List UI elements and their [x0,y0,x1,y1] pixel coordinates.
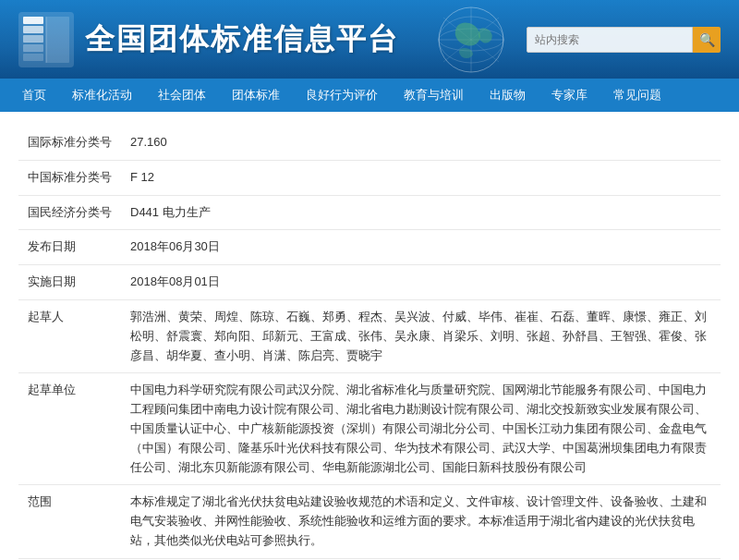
table-row: 起草人 郭浩洲、黄荣、周煌、陈琼、石巍、郑勇、程杰、吴兴波、付威、毕伟、崔崔、石… [18,299,721,372]
nav-activities[interactable]: 标准化活动 [59,79,145,112]
row-value-5: 郭浩洲、黄荣、周煌、陈琼、石巍、郑勇、程杰、吴兴波、付威、毕伟、崔崔、石磊、董晖… [121,299,721,372]
nav-education[interactable]: 教育与培训 [391,79,477,112]
row-label-4: 实施日期 [18,265,121,300]
row-value-6: 中国电力科学研究院有限公司武汉分院、湖北省标准化与质量研究院、国网湖北节能服务有… [121,373,721,485]
svg-rect-9 [23,26,43,33]
table-row: 中国标准分类号 F 12 [18,160,721,195]
table-row: 发布日期 2018年06月30日 [18,230,721,265]
table-row: 实施日期 2018年08月01日 [18,265,721,300]
table-row: 国民经济分类号 D441 电力生产 [18,195,721,230]
svg-rect-8 [23,17,43,24]
row-value-7: 本标准规定了湖北省光伏扶贫电站建设验收规范的术语和定义、文件审核、设计管理文件、… [121,485,721,558]
nav-bar: 首页 标准化活动 社会团体 团体标准 良好行为评价 教育与培训 出版物 专家库 … [0,79,739,112]
row-value-4: 2018年08月01日 [121,265,721,300]
row-value-2: D441 电力生产 [121,195,721,230]
logo-icon [18,12,74,67]
row-value-3: 2018年06月30日 [121,230,721,265]
nav-home[interactable]: 首页 [9,79,59,112]
row-label-2: 国民经济分类号 [18,195,121,230]
svg-rect-10 [23,35,43,43]
row-label-6: 起草单位 [18,373,121,485]
row-label-7: 范围 [18,485,121,558]
svg-rect-12 [23,54,43,61]
search-button[interactable]: 🔍 [693,27,721,53]
table-row: 范围 本标准规定了湖北省光伏扶贫电站建设验收规范的术语和定义、文件审核、设计管理… [18,485,721,558]
row-label-5: 起草人 [18,299,121,372]
nav-standards[interactable]: 团体标准 [219,79,293,112]
content-area: 国际标准分类号 27.160 中国标准分类号 F 12 国民经济分类号 D441… [0,112,739,560]
nav-experts[interactable]: 专家库 [539,79,600,112]
row-label-0: 国际标准分类号 [18,126,121,160]
logo-area: 全国团体标准信息平台 [18,12,399,67]
row-value-1: F 12 [121,160,721,195]
search-area: 🔍 [527,27,721,53]
row-value-0: 27.160 [121,126,721,160]
nav-publications[interactable]: 出版物 [477,79,539,112]
nav-evaluation[interactable]: 良好行为评价 [293,79,391,112]
svg-rect-13 [46,17,69,63]
row-label-3: 发布日期 [18,230,121,265]
table-row: 国际标准分类号 27.160 [18,126,721,160]
table-row: 起草单位 中国电力科学研究院有限公司武汉分院、湖北省标准化与质量研究院、国网湖北… [18,373,721,485]
info-table: 国际标准分类号 27.160 中国标准分类号 F 12 国民经济分类号 D441… [18,126,721,559]
site-title: 全国团体标准信息平台 [85,19,399,60]
svg-rect-11 [23,44,43,52]
header: 全国团体标准信息平台 🔍 [0,0,739,79]
nav-organizations[interactable]: 社会团体 [145,79,219,112]
search-input[interactable] [527,27,693,53]
row-label-1: 中国标准分类号 [18,160,121,195]
nav-faq[interactable]: 常见问题 [600,79,674,112]
